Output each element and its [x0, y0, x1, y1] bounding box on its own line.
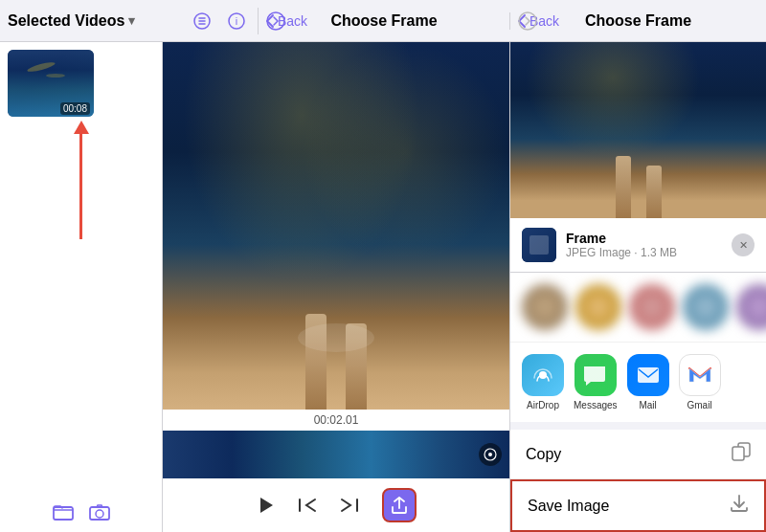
mail-app[interactable]: Mail	[627, 354, 669, 410]
airdrop-app[interactable]: AirDrop	[522, 354, 564, 410]
svg-text:i: i	[236, 15, 237, 27]
video-duration: 00:08	[60, 102, 90, 115]
svg-rect-17	[638, 367, 659, 383]
forward-icon-center[interactable]	[266, 11, 502, 31]
timestamp-value: 00:02.01	[314, 413, 359, 427]
arrow-line	[79, 134, 82, 239]
main-content: 00:08	[0, 42, 766, 532]
main-video-view	[163, 42, 509, 410]
messages-app[interactable]: Messages	[574, 354, 618, 410]
contact-avatar[interactable]	[736, 284, 766, 330]
copy-label: Copy	[526, 446, 561, 463]
contact-avatar[interactable]	[522, 284, 568, 330]
airdrop-label: AirDrop	[527, 400, 559, 410]
share-sheet-header: Frame JPEG Image · 1.3 MB ✕	[510, 218, 766, 273]
svg-rect-8	[54, 507, 73, 520]
save-image-action[interactable]: Save Image	[510, 479, 766, 532]
filmstrip-settings-icon[interactable]	[479, 443, 502, 466]
svg-marker-13	[260, 498, 273, 513]
mail-icon	[627, 354, 669, 396]
right-feet-silhouette	[610, 142, 667, 218]
share-file-icon	[522, 228, 556, 262]
copy-icon	[732, 442, 751, 466]
info-icon[interactable]: i	[223, 8, 250, 34]
center-panel: 00:02.01	[163, 42, 510, 532]
close-icon: ✕	[739, 239, 748, 252]
messages-label: Messages	[574, 400, 618, 410]
forward-icon-right[interactable]	[518, 11, 758, 31]
action-list: Copy Save Image	[510, 430, 766, 532]
mail-label: Mail	[639, 400, 656, 410]
gmail-label: Gmail	[687, 400, 712, 410]
camera-button[interactable]	[89, 503, 110, 521]
share-file-size: JPEG Image · 1.3 MB	[566, 246, 722, 259]
contact-avatar[interactable]	[629, 284, 675, 330]
gmail-icon	[679, 354, 721, 396]
share-button[interactable]	[382, 488, 417, 522]
playback-controls	[163, 478, 509, 532]
contact-avatar[interactable]	[683, 284, 729, 330]
video-thumbnail[interactable]: 00:08	[8, 50, 94, 117]
svg-point-7	[519, 12, 536, 30]
arrow-indicator	[8, 121, 154, 245]
top-bar: Selected Videos ▾ i Ba	[0, 0, 766, 42]
top-bar-left: Selected Videos ▾ i	[0, 8, 259, 34]
timestamp-label: 00:02.01	[163, 410, 509, 431]
gmail-app[interactable]: Gmail	[679, 354, 721, 410]
menu-icon[interactable]	[189, 8, 215, 34]
folder-button[interactable]	[53, 503, 74, 521]
left-sidebar: 00:08	[0, 42, 163, 532]
share-file-name: Frame	[566, 231, 722, 246]
prev-frame-button[interactable]	[298, 498, 317, 513]
bottom-icons	[0, 503, 162, 521]
top-bar-icons-left: i	[189, 8, 258, 34]
selected-videos-label: Selected Videos	[8, 12, 124, 30]
play-button[interactable]	[256, 496, 275, 515]
right-panel: Frame JPEG Image · 1.3 MB ✕	[510, 42, 766, 532]
contacts-row	[510, 273, 766, 342]
feet-silhouette	[298, 295, 374, 410]
filmstrip[interactable]	[163, 431, 509, 478]
share-file-info: Frame JPEG Image · 1.3 MB	[566, 231, 722, 259]
share-sheet: Frame JPEG Image · 1.3 MB ✕	[510, 218, 766, 532]
save-image-label: Save Image	[528, 498, 609, 515]
messages-icon	[574, 354, 617, 396]
save-image-icon	[730, 494, 749, 518]
chevron-down-icon: ▾	[128, 13, 135, 28]
airdrop-icon	[522, 354, 564, 396]
next-frame-button[interactable]	[340, 498, 359, 513]
svg-point-6	[267, 12, 284, 30]
apps-row: AirDrop Messages	[510, 342, 766, 422]
top-bar-center-first: Back Choose Frame	[259, 12, 510, 30]
arrow-head-icon	[74, 121, 89, 134]
svg-point-10	[96, 510, 103, 518]
svg-point-12	[488, 453, 492, 456]
selected-videos-title[interactable]: Selected Videos ▾	[8, 12, 135, 30]
contact-avatar[interactable]	[575, 284, 621, 330]
svg-rect-20	[732, 447, 744, 460]
right-video-preview	[510, 42, 766, 218]
top-bar-right: Back Choose Frame	[510, 12, 766, 30]
copy-action[interactable]: Copy	[510, 430, 766, 479]
share-close-button[interactable]: ✕	[732, 233, 755, 256]
